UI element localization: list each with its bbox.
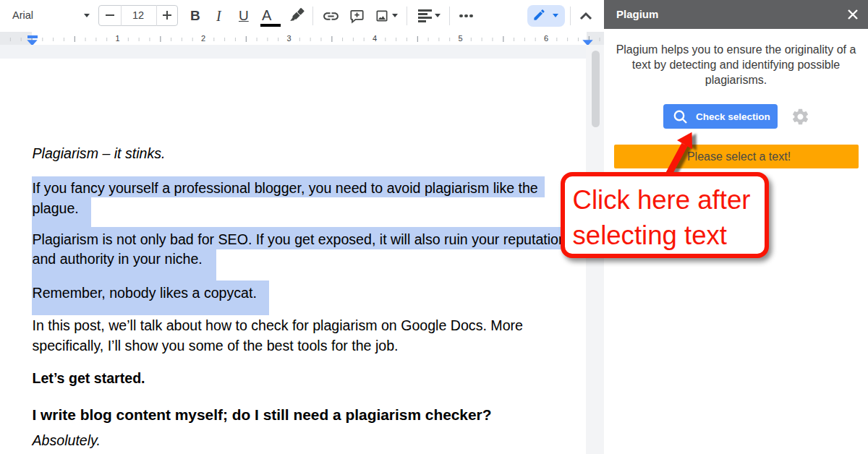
svg-text:4: 4 (373, 34, 377, 43)
svg-text:1: 1 (115, 34, 119, 43)
svg-text:3: 3 (286, 34, 291, 43)
svg-text:5: 5 (458, 34, 462, 43)
svg-text:6: 6 (544, 34, 548, 43)
svg-text:2: 2 (201, 34, 205, 43)
